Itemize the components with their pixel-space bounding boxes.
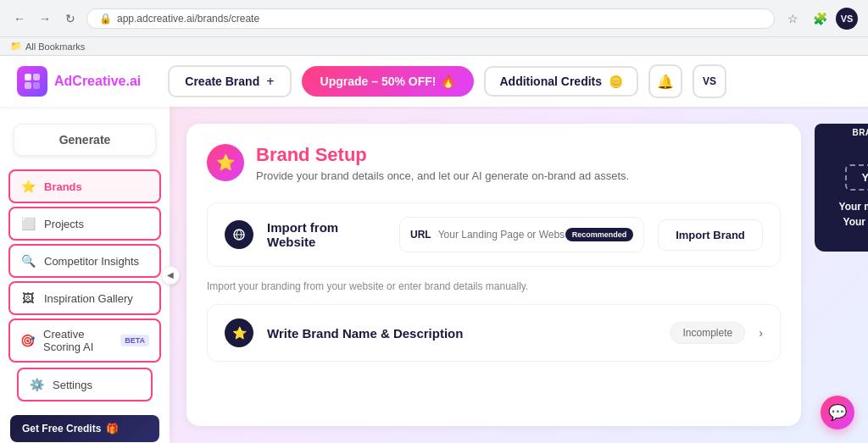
reload-button[interactable]: ↻ xyxy=(61,9,80,28)
brand-setup-title: Brand Setup xyxy=(256,144,629,166)
bell-icon: 🔔 xyxy=(657,74,674,90)
branding-preview-label: BRANDING PREVIEW xyxy=(815,124,868,141)
inspiration-gallery-label: Inspiration Gallery xyxy=(44,292,133,305)
brand-setup-icon: ⭐ xyxy=(207,144,244,181)
get-credits-button[interactable]: Get Free Credits 🎁 xyxy=(10,415,159,442)
create-brand-button[interactable]: Create Brand + xyxy=(168,65,291,97)
competitor-insights-label: Competitor Insights xyxy=(44,255,139,268)
chevron-right-icon: › xyxy=(759,326,763,340)
app-body: Generate ⭐ Brands ⬜ Projects 🔍 Competito… xyxy=(0,107,868,443)
import-from-website-section: Import from Website URL Recommended Impo… xyxy=(207,202,781,267)
preview-headline: Your main headline here! Your punchline … xyxy=(839,199,868,230)
sidebar-item-competitor-insights[interactable]: 🔍 Competitor Insights xyxy=(8,244,161,278)
inspiration-gallery-icon: 🖼 xyxy=(20,291,36,306)
notifications-button[interactable]: 🔔 xyxy=(648,64,682,98)
app-header: AdCreative.ai Create Brand + Upgrade – 5… xyxy=(0,56,868,107)
bookmarks-label: All Bookmarks xyxy=(25,42,85,52)
logo-text: AdCreative.ai xyxy=(54,74,141,89)
coins-icon: 🪙 xyxy=(609,75,623,88)
creative-scoring-icon: 🎯 xyxy=(20,333,35,348)
brands-icon: ⭐ xyxy=(20,179,36,194)
projects-label: Projects xyxy=(44,218,84,230)
create-brand-label: Create Brand xyxy=(185,75,259,88)
bookmarks-bar: 📁 All Bookmarks xyxy=(0,37,868,56)
address-bar[interactable]: 🔒 app.adcreative.ai/brands/create xyxy=(86,8,775,29)
logo-post: .ai xyxy=(125,74,141,88)
write-brand-icon: ⭐ xyxy=(225,318,253,347)
sidebar-item-settings[interactable]: ⚙️ Settings xyxy=(17,368,153,401)
vs-label: VS xyxy=(703,75,716,87)
main-content: ⭐ Brand Setup Provide your brand details… xyxy=(170,107,868,443)
import-section-icon xyxy=(225,220,253,249)
sidebar-item-brands[interactable]: ⭐ Brands xyxy=(8,169,161,203)
preview-headline-line1: Your main headline here! xyxy=(839,199,868,214)
beta-badge: BETA xyxy=(120,335,149,346)
import-brand-label: Import Brand xyxy=(676,229,745,241)
recommended-badge: Recommended xyxy=(565,228,634,241)
generate-label: Generate xyxy=(59,133,111,147)
upgrade-label: Upgrade – 50% OFF! xyxy=(320,75,437,88)
plus-icon: + xyxy=(266,74,274,89)
brand-setup-header: ⭐ Brand Setup Provide your brand details… xyxy=(207,144,781,182)
settings-icon: ⚙️ xyxy=(29,377,44,392)
browser-chrome: ← → ↻ 🔒 app.adcreative.ai/brands/create … xyxy=(0,0,868,37)
import-brand-button[interactable]: Import Brand xyxy=(658,219,763,251)
sidebar-bottom: Get Free Credits 🎁 Trial Plan xyxy=(0,407,170,443)
back-button[interactable]: ← xyxy=(10,9,29,28)
write-brand-title: Write Brand Name & Description xyxy=(267,326,656,341)
incomplete-badge: Incomplete xyxy=(670,322,745,344)
lock-icon: 🔒 xyxy=(99,13,112,25)
sidebar-item-projects[interactable]: ⬜ Projects xyxy=(8,207,161,241)
creative-scoring-label: Creative Scoring AI xyxy=(43,328,108,353)
address-text: app.adcreative.ai/brands/create xyxy=(117,13,259,25)
svg-rect-2 xyxy=(25,82,31,89)
url-input-area: URL Recommended xyxy=(399,217,644,252)
browser-actions: ☆ 🧩 VS xyxy=(782,8,858,30)
url-label: URL xyxy=(410,229,431,241)
vs-button[interactable]: VS xyxy=(693,64,726,98)
get-credits-label: Get Free Credits xyxy=(22,423,101,435)
app-wrapper: AdCreative.ai Create Brand + Upgrade – 5… xyxy=(0,56,868,443)
brand-setup-text: Brand Setup Provide your brand details o… xyxy=(256,144,629,182)
svg-rect-0 xyxy=(25,74,31,80)
gift-icon: 🎁 xyxy=(106,423,119,435)
generate-button[interactable]: Generate xyxy=(14,124,156,156)
upgrade-button[interactable]: Upgrade – 50% OFF! 🔥 xyxy=(302,66,475,97)
additional-credits-button[interactable]: Additional Credits 🪙 xyxy=(484,66,638,97)
brand-setup-panel: ⭐ Brand Setup Provide your brand details… xyxy=(186,124,801,426)
brands-label: Brands xyxy=(44,180,82,193)
preview-headline-line2: Your punchline is here! xyxy=(839,214,868,230)
bookmark-star-button[interactable]: ☆ xyxy=(782,8,804,30)
brand-setup-description: Provide your brand details once, and let… xyxy=(256,169,629,182)
forward-button[interactable]: → xyxy=(36,9,54,28)
chat-icon: 💬 xyxy=(828,403,847,422)
sidebar: Generate ⭐ Brands ⬜ Projects 🔍 Competito… xyxy=(0,107,170,443)
fire-icon: 🔥 xyxy=(441,75,455,88)
sidebar-collapse-button[interactable]: ◀ xyxy=(161,266,180,285)
branding-preview-panel: BRANDING PREVIEW YOUR LOGO Your main hea… xyxy=(815,124,868,426)
extensions-button[interactable]: 🧩 xyxy=(809,8,831,30)
url-input[interactable] xyxy=(438,229,565,241)
chat-bubble-button[interactable]: 💬 xyxy=(821,396,854,429)
svg-rect-1 xyxy=(33,74,40,80)
write-brand-section[interactable]: ⭐ Write Brand Name & Description Incompl… xyxy=(207,304,781,362)
sidebar-nav: ⭐ Brands ⬜ Projects 🔍 Competitor Insight… xyxy=(0,169,170,363)
logo-icon xyxy=(17,66,47,97)
branding-preview-card: YOUR LOGO Your main headline here! Your … xyxy=(815,141,868,252)
import-section-title: Import from Website xyxy=(267,220,386,249)
logo-brand: Creative xyxy=(72,74,125,88)
logo-pre: Ad xyxy=(54,74,72,88)
logo-area: AdCreative.ai xyxy=(17,66,141,97)
sidebar-item-creative-scoring[interactable]: 🎯 Creative Scoring AI BETA xyxy=(8,318,161,363)
divider-text: Import your branding from your website o… xyxy=(207,280,781,292)
svg-rect-3 xyxy=(33,82,40,89)
your-logo-box: YOUR LOGO xyxy=(845,164,868,191)
settings-label: Settings xyxy=(53,379,92,391)
profile-button[interactable]: VS xyxy=(836,8,858,30)
sidebar-item-inspiration-gallery[interactable]: 🖼 Inspiration Gallery xyxy=(8,281,161,315)
competitor-insights-icon: 🔍 xyxy=(20,253,36,269)
bookmarks-folder-icon: 📁 xyxy=(10,41,22,52)
incomplete-label: Incomplete xyxy=(682,327,732,339)
additional-credits-label: Additional Credits xyxy=(499,75,602,88)
projects-icon: ⬜ xyxy=(20,216,36,231)
